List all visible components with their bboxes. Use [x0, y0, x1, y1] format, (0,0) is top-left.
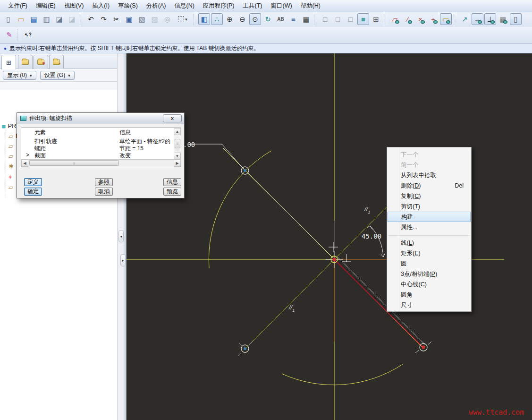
- table-cell[interactable]: 螺距: [34, 145, 46, 152]
- scroll-up-icon[interactable]: ▲: [174, 128, 181, 135]
- vertical-scrollbar[interactable]: ▲ ≡ ▼: [174, 128, 181, 160]
- hidden-line-icon[interactable]: □: [332, 13, 344, 25]
- ok-button[interactable]: 确定: [24, 188, 42, 196]
- collapse-left-handle[interactable]: ◂: [118, 230, 124, 242]
- new-file-icon[interactable]: ▯: [2, 13, 14, 25]
- sketcher-tool-icon[interactable]: ✎: [3, 29, 15, 41]
- horizontal-scrollbar[interactable]: ◀ ≡ ▶: [21, 159, 181, 167]
- menu-insert[interactable]: 插入(I): [88, 0, 114, 12]
- tree-item-sweep[interactable]: ▱: [8, 183, 13, 191]
- settings-dropdown-button[interactable]: 设置 (G) ▾: [40, 71, 75, 80]
- view-manager-icon[interactable]: ▦: [300, 13, 312, 25]
- menu-item-line[interactable]: 线(L): [387, 238, 471, 248]
- save-icon[interactable]: ▤: [28, 13, 40, 25]
- constraint-display-icon[interactable]: ⊥: [484, 13, 496, 25]
- menu-item-fillet[interactable]: 圆角: [387, 290, 471, 300]
- menu-item-three-point-tangent-end[interactable]: 3点/相切端(P): [387, 269, 471, 279]
- datum-display-icon[interactable]: ∴: [211, 13, 223, 25]
- menu-item-centerline[interactable]: 中心线(C): [387, 279, 471, 290]
- paste-special-icon[interactable]: ▨: [149, 13, 160, 25]
- close-button[interactable]: x: [163, 114, 182, 122]
- tree-item-csys[interactable]: ∗: [8, 162, 14, 170]
- no-hidden-icon[interactable]: □: [345, 13, 356, 25]
- table-cell[interactable]: 扫引轨迹: [34, 137, 57, 145]
- print-icon[interactable]: ▥: [41, 13, 52, 25]
- scroll-left-icon[interactable]: ◀: [21, 160, 28, 167]
- delete-old-versions-icon[interactable]: ◪: [66, 13, 78, 25]
- menu-help[interactable]: 帮助(H): [296, 0, 325, 12]
- scroll-right-icon[interactable]: ▶: [174, 160, 181, 167]
- axis-display-icon[interactable]: ∕: [402, 13, 414, 25]
- redo-icon[interactable]: ↷: [98, 13, 110, 25]
- cut-icon[interactable]: ✂: [110, 13, 122, 25]
- menu-item-pick-from-list[interactable]: 从列表中拾取: [387, 170, 471, 180]
- wireframe-icon[interactable]: □: [319, 13, 331, 25]
- collapse-right-handle[interactable]: ▸: [120, 254, 126, 266]
- shaded-plane-display-icon[interactable]: ▭: [440, 13, 452, 25]
- dialog-title-bar[interactable]: 伸出项: 螺旋扫描: [17, 113, 184, 124]
- dropdown-caret-icon[interactable]: ▾: [185, 17, 187, 22]
- select-box-icon[interactable]: ▾: [174, 13, 191, 25]
- zoom-in-icon[interactable]: ⊕: [224, 13, 236, 25]
- diagonal-line-ne-sw[interactable]: [245, 207, 387, 349]
- menu-item-cut[interactable]: 剪切(T): [387, 201, 471, 212]
- dimension-display-icon[interactable]: ↔: [472, 13, 483, 25]
- menu-item-copy[interactable]: 复制(C): [387, 191, 471, 201]
- tree-item-front[interactable]: ▱: [8, 152, 13, 160]
- repaint-icon[interactable]: ↻: [262, 13, 274, 25]
- tree-item-feature[interactable]: +: [8, 173, 12, 181]
- info-button[interactable]: 信息: [163, 178, 181, 186]
- zoom-out-icon[interactable]: ⊖: [236, 13, 248, 25]
- layers-icon[interactable]: ≡: [287, 13, 299, 25]
- table-cell[interactable]: 草绘平面 - 特征#2的: [119, 137, 174, 145]
- open-file-icon[interactable]: ▭: [15, 13, 27, 25]
- copy-icon[interactable]: ▣: [123, 13, 135, 25]
- tree-item-top[interactable]: ▱: [8, 142, 13, 150]
- sketch-orient-icon[interactable]: ↗: [459, 13, 471, 25]
- menu-item-properties[interactable]: 属性...: [387, 222, 471, 232]
- tab-model-tree[interactable]: ⊞: [1, 55, 16, 69]
- menu-edit[interactable]: 编辑(E): [32, 0, 60, 12]
- csys-display-icon[interactable]: +: [427, 13, 439, 25]
- endpoint-lower-left[interactable]: [238, 342, 252, 356]
- dimension-leader[interactable]: [188, 144, 244, 170]
- references-button[interactable]: 参照: [95, 178, 113, 186]
- undo-icon[interactable]: ↶: [85, 13, 97, 25]
- zoom-fit-icon[interactable]: ⊙: [249, 13, 261, 25]
- vertex-display-icon[interactable]: ▯: [510, 13, 522, 25]
- endpoint-upper-left[interactable]: [241, 167, 249, 174]
- table-cell[interactable]: 截面: [34, 152, 46, 159]
- menu-sketch[interactable]: 草绘(S): [114, 0, 142, 12]
- model-tree-toggle-icon[interactable]: ⊞: [370, 13, 382, 25]
- tab-connections[interactable]: ⌐: [49, 55, 64, 69]
- annotation-icon[interactable]: AB: [275, 13, 287, 25]
- show-dropdown-button[interactable]: 显示 (0) ▾: [3, 71, 36, 80]
- scroll-down-icon[interactable]: ▼: [174, 153, 181, 160]
- menu-view[interactable]: 视图(V): [60, 0, 88, 12]
- table-cell[interactable]: 改变: [119, 152, 131, 159]
- menu-item-construct[interactable]: 构建: [388, 212, 471, 222]
- preview-button[interactable]: 预览: [163, 188, 181, 196]
- menu-item-rectangle[interactable]: 矩形(E): [387, 248, 471, 258]
- shade-view-icon[interactable]: ◧: [198, 13, 210, 25]
- clipped-dimension-value[interactable]: .00: [183, 141, 195, 148]
- menu-file[interactable]: 文件(F): [4, 0, 32, 12]
- point-display-icon[interactable]: ×: [414, 13, 426, 25]
- angle-dimension[interactable]: 45.00: [362, 226, 385, 257]
- plane-display-icon[interactable]: ▱: [389, 13, 401, 25]
- define-button[interactable]: 定义: [24, 178, 42, 186]
- construction-arc-upper-left[interactable]: [209, 151, 271, 268]
- paste-icon[interactable]: ▧: [136, 13, 148, 25]
- menu-tools[interactable]: 工具(T): [239, 0, 267, 12]
- menu-window[interactable]: 窗口(W): [266, 0, 296, 12]
- menu-applications[interactable]: 应用程序(P): [199, 0, 239, 12]
- menu-item-delete[interactable]: 删除(D) Del: [387, 180, 471, 191]
- cancel-button[interactable]: 取消: [95, 188, 113, 196]
- construction-arc-bottom[interactable]: [282, 364, 403, 385]
- erase-display-icon[interactable]: ◪: [53, 13, 65, 25]
- tab-folder-browser[interactable]: [18, 55, 33, 69]
- table-cell[interactable]: 节距 = 15: [119, 145, 144, 152]
- grid-display-icon[interactable]: ▦: [497, 13, 509, 25]
- tab-favorites[interactable]: ✱: [34, 55, 48, 69]
- menu-analysis[interactable]: 分析(A): [142, 0, 170, 12]
